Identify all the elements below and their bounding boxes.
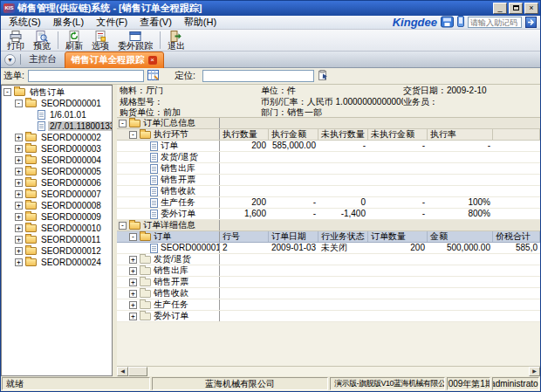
detail-group-row[interactable]: +生产任务 xyxy=(117,299,540,311)
tree-order-line[interactable]: 1/6.01.01 xyxy=(2,109,112,120)
collapse-box-icon[interactable]: - xyxy=(15,100,23,107)
collapse-box-icon[interactable]: - xyxy=(3,88,11,96)
disk-icon[interactable] xyxy=(441,16,454,30)
expand-box-icon[interactable]: + xyxy=(129,279,137,286)
collapse-box-icon[interactable]: - xyxy=(129,131,137,139)
exit-button[interactable]: 退出 xyxy=(163,31,189,51)
scroll-track[interactable] xyxy=(147,367,529,376)
tree-order[interactable]: +SEORD000011 xyxy=(2,234,112,245)
menu-service[interactable]: 服务(L) xyxy=(47,15,90,30)
grid-cell xyxy=(493,209,540,219)
summary-row[interactable]: 订单200585,000.00--- xyxy=(117,141,540,152)
grid-name-cell: 销售出库 xyxy=(117,163,220,174)
tree-order[interactable]: +SEORD000005 xyxy=(2,166,112,177)
expand-box-icon[interactable]: + xyxy=(15,247,23,255)
scroll-right-icon[interactable]: ▶ xyxy=(529,367,540,376)
detail-group-row[interactable]: +销售出库 xyxy=(117,265,540,277)
detail-header-row[interactable]: -订单行号订单日期行业务状态订单数量金额价税合计 xyxy=(117,231,540,243)
tree-order[interactable]: -SEORD000001 xyxy=(2,98,112,109)
collapse-box-icon[interactable]: - xyxy=(129,233,137,241)
menu-view[interactable]: 查看(V) xyxy=(134,15,178,30)
grid-cell: 800% xyxy=(428,209,493,219)
menu-file[interactable]: 文件(F) xyxy=(90,15,134,30)
tab-console[interactable]: 主控台 xyxy=(25,53,60,65)
folder-icon xyxy=(140,290,151,298)
tree-order[interactable]: +SEORD000003 xyxy=(2,143,112,155)
tree-root-sales-orders[interactable]: -销售订单 xyxy=(2,86,112,98)
close-button[interactable]: × xyxy=(524,3,538,14)
expand-box-icon[interactable]: + xyxy=(15,213,23,221)
tree-order-line-selected[interactable]: 2/7.01.1180013339 xyxy=(2,120,112,132)
tree-order[interactable]: +SEORD000007 xyxy=(2,189,112,200)
tab-sales-order-tracking[interactable]: 销售订单全程跟踪 × xyxy=(65,52,164,69)
expand-box-icon[interactable]: + xyxy=(15,190,23,198)
detail-group-row[interactable]: +销售开票 xyxy=(117,277,540,288)
summary-row[interactable]: 销售出库 xyxy=(117,163,540,175)
menu-filter-grid-icon[interactable] xyxy=(147,70,159,82)
expand-box-icon[interactable]: + xyxy=(129,313,137,320)
expand-box-icon[interactable]: + xyxy=(15,236,23,244)
locate-clipboard-icon[interactable] xyxy=(318,70,329,82)
expand-box-icon[interactable]: + xyxy=(15,202,23,210)
collapse-box-icon[interactable]: - xyxy=(119,222,127,230)
tree-order[interactable]: +SEORD000004 xyxy=(2,155,112,166)
detail-panel: 物料：厅门 单位：件 交货日期：2009-2-10 规格型号： 币别/汇率：人民… xyxy=(117,85,540,376)
detail-section-row[interactable]: -订单详细信息 xyxy=(117,220,540,231)
outsource-tracking-button[interactable]: 委外跟踪 xyxy=(113,31,157,51)
tree-order[interactable]: +SEORD000008 xyxy=(2,200,112,211)
detail-group-row[interactable]: +委外订单 xyxy=(117,311,540,322)
preview-button[interactable]: 预览 xyxy=(29,31,55,51)
refresh-button[interactable]: 刷新 xyxy=(61,31,87,51)
expand-box-icon[interactable]: + xyxy=(15,179,23,187)
tree-order[interactable]: +SEORD000012 xyxy=(2,245,112,257)
summary-section-row[interactable]: -订单汇总信息 xyxy=(117,118,540,129)
detail-order-row[interactable]: SEORD00000122009-01-03未关闭200500,000.0058… xyxy=(117,243,540,254)
menu-system[interactable]: 系统(S) xyxy=(3,15,47,30)
tree-order[interactable]: +SEORD000024 xyxy=(2,257,112,268)
expand-box-icon[interactable]: + xyxy=(15,224,23,232)
options-button[interactable]: 选项 xyxy=(87,31,113,51)
summary-row[interactable]: 销售收款 xyxy=(117,186,540,197)
order-tree-panel[interactable]: -销售订单-SEORD0000011/6.01.012/7.01.1180013… xyxy=(1,85,113,376)
expand-box-icon[interactable]: + xyxy=(15,156,23,164)
expand-box-icon[interactable]: + xyxy=(129,290,137,298)
summary-header-row[interactable]: -执行环节执行数量执行金额未执行数量未执行金额执行率 xyxy=(117,129,540,141)
tab-close-icon[interactable]: × xyxy=(148,56,157,65)
assistant-icon[interactable] xyxy=(457,16,464,29)
scroll-left-icon[interactable]: ◀ xyxy=(117,367,128,376)
restore-button[interactable] xyxy=(509,3,523,14)
summary-row[interactable]: 发货/退货 xyxy=(117,152,540,163)
grid-cell: 未执行金额 xyxy=(368,129,428,140)
menu-help[interactable]: 帮助(H) xyxy=(178,15,223,30)
expand-box-icon[interactable]: + xyxy=(15,168,23,175)
folder-icon xyxy=(25,134,37,141)
expand-box-icon[interactable]: + xyxy=(129,301,137,309)
menu-filter-input[interactable] xyxy=(28,70,144,82)
mnemonic-search-button[interactable] xyxy=(525,17,537,28)
tree-order[interactable]: +SEORD000002 xyxy=(2,132,112,143)
grid-name-cell: +销售出库 xyxy=(117,265,220,276)
mnemonic-input[interactable] xyxy=(468,17,522,28)
expand-box-icon[interactable]: + xyxy=(129,256,137,264)
minimize-button[interactable]: _ xyxy=(493,3,507,14)
summary-row[interactable]: 销售开票 xyxy=(117,175,540,186)
expand-box-icon[interactable]: + xyxy=(15,258,23,266)
scroll-thumb[interactable] xyxy=(128,367,147,376)
detail-group-row[interactable]: +销售收款 xyxy=(117,288,540,299)
tree-order[interactable]: +SEORD000009 xyxy=(2,211,112,223)
expand-box-icon[interactable]: + xyxy=(129,267,137,275)
expand-box-icon[interactable]: + xyxy=(15,134,23,141)
detail-group-row[interactable]: +发货/退货 xyxy=(117,254,540,265)
summary-row[interactable]: 委外订单1,600--1,400-800% xyxy=(117,209,540,220)
tab-dropdown-button[interactable]: ▼ xyxy=(4,54,16,65)
document-icon xyxy=(38,110,45,120)
tree-order[interactable]: +SEORD000010 xyxy=(2,223,112,234)
locate-input[interactable] xyxy=(202,70,314,82)
menu-bar: 系统(S) 服务(L) 文件(F) 查看(V) 帮助(H) Kingdee xyxy=(1,16,540,30)
summary-row[interactable]: 生产任务200-0-100% xyxy=(117,197,540,209)
print-button[interactable]: 打印 xyxy=(3,31,29,51)
tree-order[interactable]: +SEORD000006 xyxy=(2,177,112,189)
collapse-box-icon[interactable]: - xyxy=(119,120,127,127)
expand-box-icon[interactable]: + xyxy=(15,145,23,153)
folder-icon xyxy=(140,131,151,139)
